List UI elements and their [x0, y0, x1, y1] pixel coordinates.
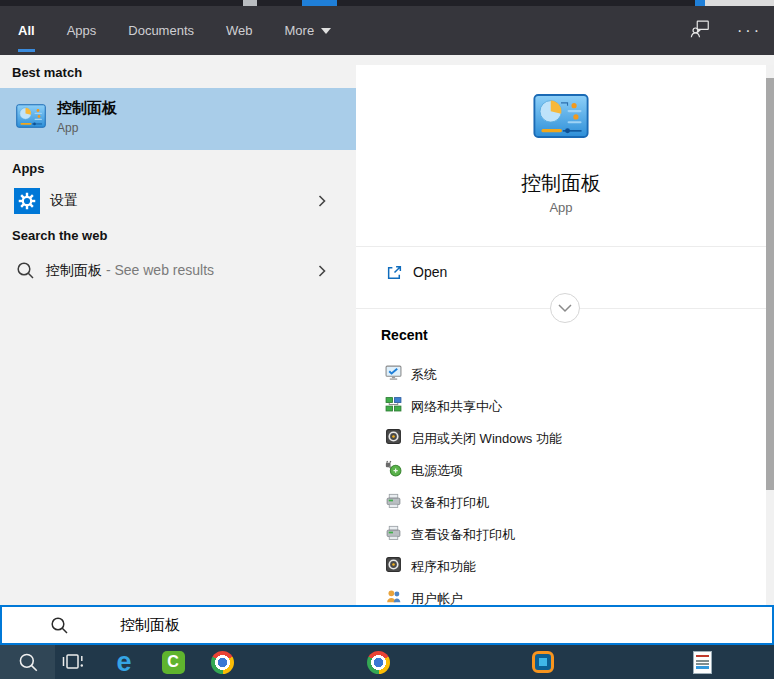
search-icon — [50, 616, 69, 635]
power-options-icon — [385, 460, 402, 477]
control-panel-icon — [16, 103, 46, 129]
recent-item-system[interactable]: 系统 — [356, 360, 766, 392]
control-panel-icon — [533, 93, 589, 139]
camtasia-button[interactable]: C — [159, 645, 187, 679]
web-result-query: 控制面板 — [46, 262, 102, 278]
results-panel: Best match 控制面板 App Apps — [0, 55, 356, 605]
ellipsis-icon[interactable]: ··· — [737, 26, 762, 36]
devices-printers-icon — [385, 492, 402, 509]
search-input-value[interactable]: 控制面板 — [120, 616, 180, 635]
web-result-suffix: - See web results — [102, 262, 214, 278]
recent-item-label: 启用或关闭 Windows 功能 — [411, 430, 562, 448]
best-match-header: Best match — [12, 65, 82, 80]
chrome-icon — [367, 651, 390, 674]
chrome-window-button-1[interactable] — [208, 645, 236, 679]
chevron-right-icon[interactable] — [318, 195, 326, 207]
chevron-down-icon — [321, 28, 331, 34]
recent-item-label: 程序和功能 — [411, 558, 476, 576]
taskbar-search-button[interactable] — [16, 645, 40, 679]
search-icon — [18, 652, 39, 673]
result-settings-label: 设置 — [50, 192, 78, 210]
recent-item-devices-printers[interactable]: 设备和打印机 — [356, 488, 766, 520]
chevron-right-icon[interactable] — [318, 265, 326, 277]
open-action[interactable]: Open — [356, 260, 766, 288]
task-view-button[interactable] — [60, 645, 86, 679]
search-box[interactable]: 控制面板 — [0, 605, 774, 645]
preview-panel: 控制面板 App Open Recent 系统 — [356, 65, 766, 605]
tab-all[interactable]: All — [18, 6, 35, 55]
devices-printers-icon — [385, 524, 402, 541]
search-filter-tabs: All Apps Documents Web More — [18, 6, 331, 55]
recent-item-label: 系统 — [411, 366, 437, 384]
tab-more[interactable]: More — [285, 6, 332, 55]
recent-item-label: 电源选项 — [411, 462, 463, 480]
network-sharing-icon — [385, 396, 402, 413]
recent-item-label: 查看设备和打印机 — [411, 526, 515, 544]
programs-features-icon — [385, 556, 402, 573]
document-icon — [693, 651, 712, 674]
recent-item-label: 设备和打印机 — [411, 494, 489, 512]
user-account-icon[interactable] — [689, 18, 711, 44]
scrollbar[interactable] — [766, 65, 774, 605]
recent-item-label: 网络和共享中心 — [411, 398, 502, 416]
search-web-section-header: Search the web — [12, 228, 107, 243]
tab-documents[interactable]: Documents — [128, 6, 194, 55]
windows-features-icon — [385, 428, 402, 445]
edge-button[interactable]: e — [110, 645, 138, 679]
recent-section-header: Recent — [381, 327, 428, 343]
apps-section-header: Apps — [12, 161, 45, 176]
best-match-subtitle: App — [57, 121, 78, 135]
tab-web[interactable]: Web — [226, 6, 253, 55]
chevron-down-icon — [557, 303, 573, 313]
preview-app-subtitle: App — [356, 200, 766, 215]
tab-apps[interactable]: Apps — [67, 6, 97, 55]
best-match-title: 控制面板 — [57, 99, 117, 118]
recent-item-view-devices-printers[interactable]: 查看设备和打印机 — [356, 520, 766, 552]
camtasia-icon: C — [162, 651, 185, 674]
settings-gear-icon — [14, 188, 40, 214]
vmware-window-button[interactable] — [529, 645, 557, 679]
scrollbar-thumb[interactable] — [766, 78, 774, 490]
recent-item-network-sharing[interactable]: 网络和共享中心 — [356, 392, 766, 424]
search-icon — [16, 261, 35, 280]
divider — [356, 246, 766, 247]
taskbar: e C — [0, 645, 774, 679]
search-header: All Apps Documents Web More ··· — [0, 6, 774, 55]
preview-app-title: 控制面板 — [356, 170, 766, 197]
best-match-result-control-panel[interactable]: 控制面板 App — [0, 88, 356, 150]
windows-search-flyout: All Apps Documents Web More ··· Best mat… — [0, 0, 774, 679]
edge-icon: e — [116, 650, 131, 674]
chrome-icon — [211, 651, 234, 674]
expand-actions-button[interactable] — [550, 293, 580, 323]
tab-more-label: More — [285, 23, 315, 38]
open-app-icon — [386, 264, 403, 281]
recent-item-programs-features[interactable]: 程序和功能 — [356, 552, 766, 584]
result-settings[interactable]: 设置 — [0, 183, 356, 219]
task-view-icon — [61, 651, 85, 673]
document-window-button[interactable] — [689, 645, 715, 679]
user-accounts-icon — [385, 588, 402, 605]
system-monitor-icon — [385, 364, 402, 381]
recent-item-power-options[interactable]: 电源选项 — [356, 456, 766, 488]
vmware-icon — [532, 651, 554, 673]
recent-item-windows-features[interactable]: 启用或关闭 Windows 功能 — [356, 424, 766, 456]
chrome-window-button-2[interactable] — [364, 645, 392, 679]
open-action-label: Open — [413, 264, 447, 280]
result-web-search[interactable]: 控制面板 - See web results — [0, 253, 356, 289]
